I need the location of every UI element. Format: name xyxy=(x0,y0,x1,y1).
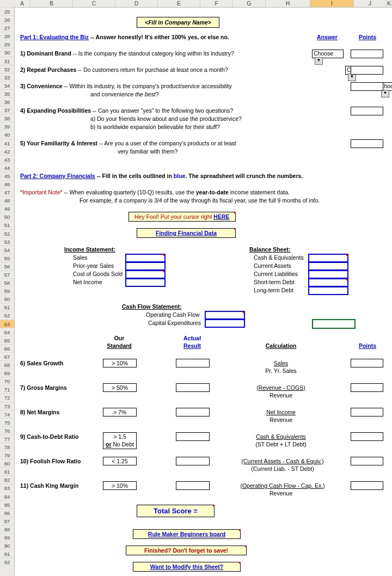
cashflow-heading: Cash Flow Statement: xyxy=(122,303,182,310)
bs-curliab: Current Liabilities xyxy=(254,271,298,277)
m6-points[interactable] xyxy=(351,359,383,367)
is-sales-input[interactable] xyxy=(125,254,166,262)
m10-label: 10) Foolish Flow Ratio xyxy=(20,458,81,464)
m10-points[interactable] xyxy=(351,457,383,465)
is-prior: Prior-year Sales xyxy=(73,262,114,269)
m10-std: < 1.25 xyxy=(103,457,137,465)
chevron-down-icon[interactable]: ▼ xyxy=(315,57,323,65)
cf-capex-input[interactable] xyxy=(205,319,245,328)
m7-points[interactable] xyxy=(351,383,383,392)
m9-actual[interactable] xyxy=(176,432,210,441)
m11-points[interactable] xyxy=(351,481,383,490)
total-score: Total Score = xyxy=(137,505,215,517)
m8-std: > 7% xyxy=(103,408,137,416)
our-heading: Our xyxy=(103,335,136,341)
bs-ltdebt: Long-term Debt xyxy=(254,287,293,293)
q5: 5) Your Familiarity & Interest -- Are yo… xyxy=(20,140,303,146)
m10-c1: (Current Assets - Cash & Equiv.) xyxy=(231,458,334,464)
q5-points[interactable] xyxy=(351,139,383,148)
chevron-down-icon[interactable]: ▼ xyxy=(381,90,389,97)
q4-points[interactable] xyxy=(351,107,383,115)
comment-indicator-icon xyxy=(233,228,236,231)
points-heading-2: Points xyxy=(352,342,383,349)
is-sales: Sales xyxy=(73,254,87,261)
q2: 2) Repeat Purchases -- Do customers retu… xyxy=(20,66,303,73)
part2-line: Part 2: Company Financials -- Fill in th… xyxy=(20,173,390,179)
cf-capex: Capital Expenditures xyxy=(148,320,201,326)
bs-stdebt-input[interactable] xyxy=(308,278,348,287)
is-net: Net Income xyxy=(73,279,102,285)
comment-indicator-icon xyxy=(345,254,348,257)
comment-indicator-icon xyxy=(242,311,244,314)
m11-label: 11) Cash King Margin xyxy=(20,482,78,489)
q3: 3) Convenience -- Within its industry, i… xyxy=(20,83,303,89)
m9-std: > 1.5 or No Debt xyxy=(103,432,137,449)
is-cogs: Cost of Goods Sold xyxy=(73,271,122,277)
q1: 1) Dominant Brand -- Is the company the … xyxy=(20,50,303,57)
m6-c2: Pr. Yr. Sales xyxy=(243,367,319,374)
is-prior-input[interactable] xyxy=(125,262,166,271)
m10-actual[interactable] xyxy=(176,457,210,465)
m8-points[interactable] xyxy=(351,408,383,416)
balance-sheet-heading: Balance Sheet: xyxy=(249,246,290,253)
m7-c1: (Revenue - COGS) xyxy=(237,384,324,391)
cf-ocf: Operating Cash Flow xyxy=(146,311,200,318)
m11-c1: (Operating Cash Flow - Cap. Ex.) xyxy=(231,482,334,489)
m9-c1: Cash & Equivalents xyxy=(237,433,324,440)
bs-cash: Cash & Equivalents xyxy=(254,254,304,261)
bs-curliab-input[interactable] xyxy=(308,270,348,279)
m11-std: > 10% xyxy=(103,481,137,490)
m9-points[interactable] xyxy=(351,432,383,441)
comment-indicator-icon xyxy=(244,546,247,548)
m11-c2: Revenue xyxy=(243,490,319,497)
bs-ltdebt-input[interactable] xyxy=(308,286,348,295)
comment-indicator-icon xyxy=(345,279,348,281)
m8-c2: Revenue xyxy=(243,416,319,423)
chevron-down-icon[interactable]: ▼ xyxy=(348,73,356,81)
q3b: and convenience the best? xyxy=(90,91,159,97)
selected-cell[interactable] xyxy=(312,319,356,329)
calculation-heading: Calculation xyxy=(243,342,319,349)
q4: 4) Expanding Possibilities -- Can you an… xyxy=(20,107,303,114)
q3-points[interactable] xyxy=(351,82,383,91)
result-heading: Result xyxy=(176,342,209,349)
bs-cash-input[interactable] xyxy=(308,254,348,262)
find-financial-data[interactable]: Finding Financial Data xyxy=(137,228,236,238)
standard-heading: Standard xyxy=(103,342,136,349)
bs-stdebt: Short-term Debt xyxy=(254,279,295,285)
part1-line: Part 1: Evaluating the Biz -- Answer hon… xyxy=(20,34,309,40)
m10-c2: (Current Liab. - ST Debt) xyxy=(231,465,334,472)
q1-dropdown[interactable]: Choose▼ xyxy=(312,50,344,58)
m6-actual[interactable] xyxy=(176,359,210,367)
m7-actual[interactable] xyxy=(176,383,210,392)
m6-label: 6) Sales Growth xyxy=(20,360,63,366)
part1-tail: -- Answer honestly! It's either 100% yes… xyxy=(89,34,229,40)
comment-indicator-icon xyxy=(162,271,165,273)
q4a: a) Do your friends know about and use th… xyxy=(90,115,242,122)
bs-curassets-input[interactable] xyxy=(308,262,348,271)
is-net-input[interactable] xyxy=(125,278,166,287)
m7-label: 7) Gross Margins xyxy=(20,384,67,391)
m11-actual[interactable] xyxy=(176,481,210,490)
income-statement-heading: Income Statement: xyxy=(64,246,115,253)
actual-heading: Actual xyxy=(176,335,209,341)
q1-points[interactable] xyxy=(351,50,383,58)
m8-actual[interactable] xyxy=(176,408,210,416)
part1-label: Part 1: Evaluating the Biz xyxy=(20,34,89,40)
important-note: *Important Note* -- When evaluating quar… xyxy=(20,189,385,195)
hey-fool-box: Hey Fool! Put your cursor right HERE xyxy=(128,212,236,222)
beginners-board[interactable]: Rule Maker Beginners board xyxy=(133,529,241,539)
q5b: very familiar with them? xyxy=(118,148,177,155)
bs-curassets: Current Assets xyxy=(254,262,291,269)
m9-label: 9) Cash-to-Debt Ratio xyxy=(20,433,78,440)
m7-c2: Revenue xyxy=(243,392,319,399)
q4b: b) Is worldwide expansion believable for… xyxy=(90,124,220,130)
modify-sheet[interactable]: Want to Modify this Sheet? xyxy=(133,562,241,572)
cf-ocf-input[interactable] xyxy=(205,311,245,320)
comment-indicator-icon xyxy=(162,254,165,257)
m6-std: > 10% xyxy=(103,359,137,367)
q2-points[interactable] xyxy=(351,66,383,75)
comment-indicator-icon xyxy=(238,562,241,565)
answer-heading: Answer xyxy=(312,34,342,40)
is-cogs-input[interactable] xyxy=(125,270,166,279)
